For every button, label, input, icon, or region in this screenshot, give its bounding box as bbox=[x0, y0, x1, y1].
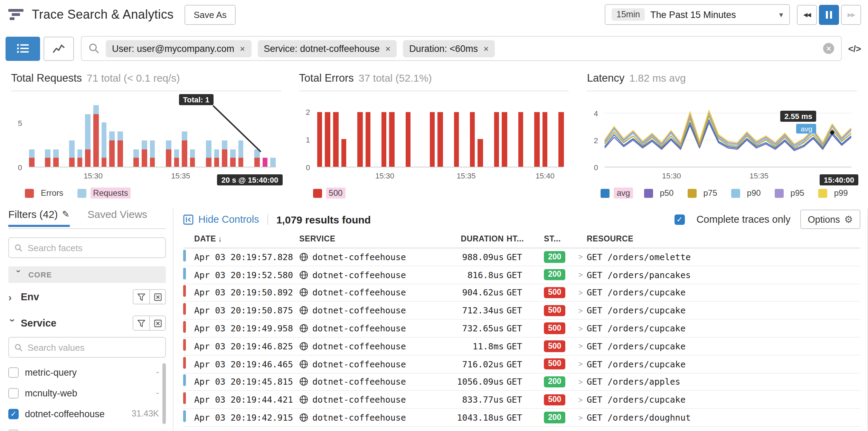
checkbox[interactable]: ✓ bbox=[8, 409, 19, 419]
trace-method: GET bbox=[507, 305, 544, 316]
hide-controls-button[interactable]: Hide Controls bbox=[183, 214, 259, 225]
remove-filter-icon[interactable]: × bbox=[483, 43, 489, 54]
table-body: Apr 03 20:19:57.828 dotnet-coffeehouse 9… bbox=[183, 248, 860, 427]
legend-item[interactable]: p95 bbox=[775, 187, 807, 199]
trace-search-input-area[interactable]: User: user@mycompany.com × Service: dotn… bbox=[81, 36, 842, 61]
clear-search-icon[interactable]: × bbox=[823, 43, 834, 54]
chevron-down-icon: › bbox=[14, 270, 23, 279]
chevron-right-icon: > bbox=[574, 270, 587, 279]
trace-service: dotnet-coffeehouse bbox=[299, 412, 435, 423]
checkbox[interactable] bbox=[8, 367, 19, 377]
search-facets-input[interactable] bbox=[28, 242, 160, 253]
scrollbar-thumb[interactable] bbox=[162, 363, 166, 424]
fast-forward-button[interactable]: ▶▶ bbox=[841, 4, 861, 25]
legend-item[interactable]: Errors bbox=[25, 187, 66, 199]
trace-method: GET bbox=[507, 341, 544, 351]
bar bbox=[325, 105, 330, 167]
column-date[interactable]: DATE↓ bbox=[194, 235, 299, 243]
column-http-method[interactable]: HT... bbox=[507, 235, 544, 243]
table-row[interactable]: Apr 03 20:19:50.892 dotnet-coffeehouse 9… bbox=[183, 284, 860, 302]
errors-chart[interactable]: 012 15:3015:3515:40 bbox=[299, 94, 569, 185]
facet-label: Service bbox=[21, 318, 56, 329]
tab-saved-views[interactable]: Saved Views bbox=[87, 208, 147, 226]
filter-funnel-icon[interactable] bbox=[133, 290, 149, 304]
core-section-header[interactable]: › CORE bbox=[8, 266, 166, 283]
status-badge: 200 bbox=[544, 251, 565, 263]
pause-button[interactable] bbox=[819, 4, 839, 25]
column-resource[interactable]: RESOURCE bbox=[587, 235, 860, 243]
status-badge: 200 bbox=[544, 376, 565, 387]
latency-panel: Latency 1.82 ms avg 024 15:3015:35 2.55 … bbox=[587, 72, 857, 199]
bar bbox=[125, 105, 131, 167]
list-view-toggle[interactable] bbox=[6, 36, 40, 61]
page-title: Trace Search & Analytics bbox=[32, 7, 173, 22]
legend-label: Errors bbox=[38, 187, 66, 199]
table-row[interactable]: Apr 03 20:19:50.875 dotnet-coffeehouse 7… bbox=[183, 302, 860, 320]
legend-label: avg bbox=[614, 187, 633, 199]
filter-funnel-icon[interactable] bbox=[133, 316, 149, 330]
search-filter-pill[interactable]: Duration: <60ms × bbox=[403, 40, 495, 57]
column-status[interactable]: ST... bbox=[544, 235, 574, 243]
legend-item[interactable]: p50 bbox=[644, 187, 676, 199]
column-duration[interactable]: DURATION bbox=[435, 235, 507, 243]
complete-traces-checkbox[interactable]: ✓ Complete traces only bbox=[674, 214, 790, 225]
save-as-button[interactable]: Save As bbox=[185, 4, 235, 25]
service-name: dotnet-coffeehouse bbox=[312, 412, 406, 423]
facet-service[interactable]: › Service bbox=[8, 311, 166, 336]
search-filter-pill[interactable]: Service: dotnet-coffeehouse × bbox=[257, 40, 397, 57]
table-row[interactable]: Apr 03 20:19:49.958 dotnet-coffeehouse 7… bbox=[183, 320, 860, 338]
rewind-button[interactable]: ◀◀ bbox=[797, 4, 817, 25]
trace-resource: GET /orders/cupcake bbox=[587, 305, 860, 316]
legend-item[interactable]: p99 bbox=[818, 187, 851, 199]
table-row[interactable]: Apr 03 20:19:42.915 dotnet-coffeehouse 1… bbox=[183, 409, 860, 427]
legend-item[interactable]: avg bbox=[601, 187, 633, 199]
table-row[interactable]: Apr 03 20:19:44.421 dotnet-coffeehouse 8… bbox=[183, 391, 860, 409]
table-row[interactable]: Apr 03 20:19:46.465 dotnet-coffeehouse 7… bbox=[183, 356, 860, 374]
service-filter-item[interactable]: ✓ dotnet-coffeehouse 31.43K bbox=[8, 403, 166, 424]
legend-item[interactable]: 500 bbox=[313, 187, 345, 199]
table-row[interactable]: Apr 03 20:19:45.815 dotnet-coffeehouse 1… bbox=[183, 373, 860, 391]
timeseries-view-toggle[interactable] bbox=[44, 36, 74, 61]
bar bbox=[373, 105, 378, 167]
trace-date: Apr 03 20:19:46.825 bbox=[194, 341, 299, 351]
search-values-input[interactable] bbox=[28, 342, 160, 352]
service-name: dotnet-coffeehouse bbox=[312, 287, 406, 298]
exclude-x-square-icon[interactable] bbox=[149, 290, 165, 304]
search-filter-pill[interactable]: User: user@mycompany.com × bbox=[106, 40, 251, 57]
bar bbox=[349, 105, 354, 167]
tab-filters[interactable]: Filters (42) ✎ bbox=[8, 208, 69, 226]
facet-env[interactable]: › Env bbox=[8, 283, 166, 311]
service-count: 31.43K bbox=[132, 409, 166, 419]
exclude-x-square-icon[interactable] bbox=[149, 316, 165, 330]
trace-method: GET bbox=[507, 395, 544, 405]
remove-filter-icon[interactable]: × bbox=[240, 43, 245, 54]
time-range-picker[interactable]: 15min The Past 15 Minutes ▾ bbox=[605, 4, 790, 25]
legend-item[interactable]: Requests bbox=[77, 187, 131, 199]
chevron-right-icon: > bbox=[574, 288, 587, 297]
column-service[interactable]: SERVICE bbox=[299, 235, 435, 243]
table-row[interactable]: Apr 03 20:19:57.828 dotnet-coffeehouse 9… bbox=[183, 248, 860, 266]
table-row[interactable]: Apr 03 20:19:52.580 dotnet-coffeehouse 8… bbox=[183, 266, 860, 284]
service-filter-item[interactable]: nicky - bbox=[8, 424, 166, 431]
bar bbox=[29, 105, 34, 167]
chevron-right-icon: > bbox=[574, 342, 587, 350]
remove-filter-icon[interactable]: × bbox=[385, 43, 390, 54]
checkbox[interactable] bbox=[8, 429, 19, 431]
options-button[interactable]: Options ⚙ bbox=[800, 210, 860, 229]
legend-item[interactable]: p90 bbox=[731, 187, 764, 199]
checkbox[interactable] bbox=[8, 388, 19, 398]
code-view-icon[interactable]: </> bbox=[848, 43, 861, 54]
bar bbox=[438, 105, 443, 167]
table-row[interactable]: Apr 03 20:19:46.825 dotnet-coffeehouse 1… bbox=[183, 338, 860, 356]
requests-chart[interactable]: 05 15:3015:35 Total: 1 20 s @ 15:40:00 bbox=[11, 94, 281, 185]
trace-duration: 988.09us bbox=[435, 252, 507, 262]
globe-icon bbox=[299, 288, 308, 297]
trace-date: Apr 03 20:19:50.875 bbox=[194, 305, 299, 316]
edit-filters-icon[interactable]: ✎ bbox=[62, 209, 69, 219]
legend-item[interactable]: p75 bbox=[687, 187, 720, 199]
service-filter-item[interactable]: mcnulty-web - bbox=[8, 383, 166, 403]
latency-chart[interactable]: 024 15:3015:35 2.55 ms avg 15:40:00 bbox=[587, 94, 857, 185]
service-filter-item[interactable]: metric-query - bbox=[8, 362, 166, 383]
legend-swatch bbox=[25, 189, 34, 198]
bar bbox=[550, 105, 556, 167]
